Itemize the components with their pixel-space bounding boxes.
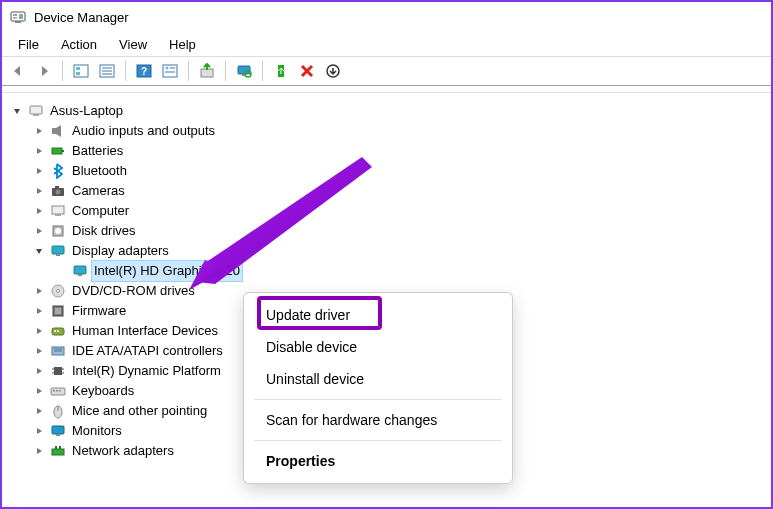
svg-rect-18 (201, 69, 213, 77)
expander-closed-icon[interactable] (32, 364, 46, 378)
expander-closed-icon[interactable] (32, 344, 46, 358)
tree-category-label: Display adapters (70, 241, 169, 261)
disk-icon (50, 223, 66, 239)
expander-closed-icon[interactable] (32, 384, 46, 398)
svg-rect-64 (55, 446, 57, 449)
titlebar: Device Manager (2, 2, 771, 32)
tree-root-node[interactable]: Asus-Laptop (10, 101, 771, 121)
menu-action[interactable]: Action (51, 35, 107, 54)
mouse-icon (50, 403, 66, 419)
properties-button[interactable] (95, 59, 119, 83)
tree-category-label: Cameras (70, 181, 125, 201)
bluetooth-icon (50, 163, 66, 179)
show-hidden-button[interactable] (69, 59, 93, 83)
svg-rect-4 (15, 21, 21, 23)
disable-device-button[interactable] (321, 59, 345, 83)
expander-open-icon[interactable] (10, 104, 24, 118)
menu-view[interactable]: View (109, 35, 157, 54)
tree-category-label: Monitors (70, 421, 122, 441)
svg-rect-31 (55, 186, 59, 188)
ide-icon (50, 343, 66, 359)
expander-closed-icon[interactable] (32, 424, 46, 438)
tree-device-label: Intel(R) HD Graphics 620 (92, 261, 242, 281)
help-button[interactable]: ? (132, 59, 156, 83)
display-icon (72, 263, 88, 279)
svg-rect-28 (62, 150, 64, 152)
expander-closed-icon[interactable] (32, 324, 46, 338)
expander-closed-icon[interactable] (32, 404, 46, 418)
svg-rect-19 (238, 66, 250, 74)
tree-category-node[interactable]: Batteries (32, 141, 771, 161)
firmware-icon (50, 303, 66, 319)
svg-rect-63 (52, 449, 64, 455)
expander-closed-icon[interactable] (32, 284, 46, 298)
tree-category-label: Firmware (70, 301, 126, 321)
svg-rect-58 (59, 390, 61, 392)
display-icon (50, 243, 66, 259)
tree-category-label: IDE ATA/ATAPI controllers (70, 341, 223, 361)
svg-point-15 (166, 67, 169, 70)
svg-point-35 (55, 228, 61, 234)
expander-closed-icon[interactable] (32, 144, 46, 158)
expander-closed-icon[interactable] (32, 164, 46, 178)
tree-category-label: Audio inputs and outputs (70, 121, 215, 141)
tree-category-node[interactable]: Disk drives (32, 221, 771, 241)
svg-rect-26 (52, 128, 56, 134)
back-button[interactable] (6, 59, 30, 83)
hid-icon (50, 323, 66, 339)
app-icon (10, 9, 26, 25)
svg-rect-50 (54, 367, 62, 375)
expander-closed-icon[interactable] (32, 304, 46, 318)
update-driver-button[interactable] (195, 59, 219, 83)
monitor-icon (50, 423, 66, 439)
enable-device-button[interactable] (269, 59, 293, 83)
svg-rect-36 (52, 246, 64, 254)
svg-rect-38 (74, 266, 86, 274)
svg-rect-27 (52, 148, 62, 154)
context-menu-separator (254, 440, 502, 441)
svg-rect-25 (33, 114, 39, 116)
tree-category-node[interactable]: Cameras (32, 181, 771, 201)
tree-category-label: Bluetooth (70, 161, 127, 181)
tree-category-node[interactable]: Bluetooth (32, 161, 771, 181)
expander-open-icon[interactable] (32, 244, 46, 258)
tree-category-node[interactable]: Display adapters (32, 241, 771, 261)
svg-rect-2 (13, 17, 17, 19)
context-menu-item[interactable]: Disable device (244, 331, 512, 363)
uninstall-device-button[interactable] (295, 59, 319, 83)
tree-category-node[interactable]: Audio inputs and outputs (32, 121, 771, 141)
toolbar: ? (2, 56, 771, 86)
expander-closed-icon[interactable] (32, 224, 46, 238)
action-button[interactable] (158, 59, 182, 83)
svg-rect-32 (52, 206, 64, 214)
expander-closed-icon[interactable] (32, 444, 46, 458)
svg-point-41 (57, 290, 60, 293)
svg-rect-65 (59, 446, 61, 449)
tree-category-label: DVD/CD-ROM drives (70, 281, 195, 301)
expander-closed-icon[interactable] (32, 204, 46, 218)
context-menu: Update driverDisable deviceUninstall dev… (243, 292, 513, 484)
computer-icon (50, 203, 66, 219)
tree-category-label: Intel(R) Dynamic Platform (70, 361, 221, 381)
context-menu-item[interactable]: Uninstall device (244, 363, 512, 395)
expander-closed-icon[interactable] (32, 124, 46, 138)
expander-closed-icon[interactable] (32, 184, 46, 198)
context-menu-item[interactable]: Scan for hardware changes (244, 404, 512, 436)
tree-device-node[interactable]: Intel(R) HD Graphics 620 (54, 261, 771, 281)
svg-rect-3 (19, 14, 23, 19)
computer-icon (28, 103, 44, 119)
tree-root-label: Asus-Laptop (48, 101, 123, 121)
tree-category-node[interactable]: Computer (32, 201, 771, 221)
context-menu-separator (254, 399, 502, 400)
svg-rect-39 (78, 274, 82, 276)
context-menu-item[interactable]: Update driver (244, 299, 512, 331)
svg-rect-5 (74, 65, 88, 77)
context-menu-item[interactable]: Properties (244, 445, 512, 477)
svg-text:?: ? (141, 66, 147, 77)
svg-rect-14 (163, 65, 177, 77)
menu-help[interactable]: Help (159, 35, 206, 54)
menu-file[interactable]: File (8, 35, 49, 54)
forward-button[interactable] (32, 59, 56, 83)
scan-hardware-button[interactable] (232, 59, 256, 83)
toolbar-separator (262, 61, 263, 81)
